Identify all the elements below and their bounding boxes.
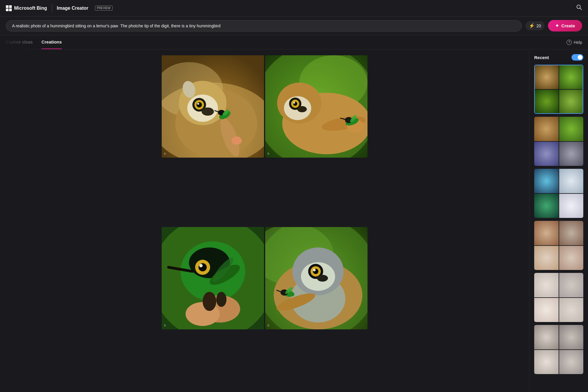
thumb-3-1[interactable]: [534, 169, 559, 193]
thumb-group-5: [534, 273, 583, 322]
help-circle-icon: ?: [567, 40, 572, 45]
thumb-group-6: [534, 325, 583, 374]
tab-explore[interactable]: Explore ideas: [6, 35, 33, 49]
thumb-3-4[interactable]: [559, 194, 584, 218]
thumb-4-1[interactable]: [534, 221, 559, 245]
thumb-group-4: [534, 221, 583, 270]
svg-point-46: [203, 292, 216, 311]
thumb-6-4[interactable]: [559, 350, 584, 374]
svg-point-58: [317, 275, 328, 281]
thumb-5-3[interactable]: [534, 298, 559, 322]
generated-image-4[interactable]: b: [265, 227, 368, 329]
image-grid: b: [162, 55, 368, 392]
bing-logo[interactable]: Microsoft Bing: [6, 5, 47, 11]
thumb-group-3: [534, 169, 583, 218]
recent-toggle[interactable]: [572, 54, 583, 61]
thumb-6-2[interactable]: [559, 325, 584, 349]
create-button-icon: ✦: [555, 23, 559, 29]
svg-point-11: [202, 107, 214, 116]
help-button[interactable]: ? Help: [567, 40, 582, 45]
svg-point-57: [313, 268, 315, 271]
thumb-2-4[interactable]: [559, 142, 584, 166]
bing-logo-grid-icon: [6, 5, 12, 11]
create-button-label: Create: [561, 23, 575, 28]
create-button[interactable]: ✦ Create: [548, 20, 582, 31]
recent-label: Recent: [534, 55, 549, 60]
thumb-2-1[interactable]: [534, 117, 559, 141]
thumb-3-3[interactable]: [534, 194, 559, 218]
search-input[interactable]: A realistic photo of a hummingbird sitti…: [6, 20, 522, 31]
thumb-4-3[interactable]: [534, 246, 559, 270]
generated-image-1[interactable]: b: [162, 55, 264, 158]
thumb-group-2: [534, 117, 583, 166]
watermark-4: b: [268, 323, 269, 327]
thumb-3-2[interactable]: [559, 169, 584, 193]
credits-badge: ⚡ 20: [525, 21, 545, 30]
generated-image-2[interactable]: b: [265, 55, 368, 158]
svg-point-41: [199, 264, 203, 267]
search-bar-area: A realistic photo of a hummingbird sitti…: [0, 16, 588, 35]
thumb-1-3[interactable]: [535, 90, 559, 114]
svg-point-10: [197, 103, 199, 105]
svg-line-1: [580, 8, 582, 10]
generated-image-3[interactable]: b: [162, 227, 264, 329]
thumb-6-1[interactable]: [534, 325, 559, 349]
app-header: Microsoft Bing Image Creator PREVIEW: [0, 0, 588, 16]
main-layout: b: [0, 49, 588, 392]
nav-tabs: Explore ideas Creations ? Help: [0, 35, 588, 49]
thumb-group-1: [534, 65, 583, 114]
thumb-4-4[interactable]: [559, 246, 584, 270]
preview-badge: PREVIEW: [95, 6, 113, 11]
sidebar-header: Recent: [534, 54, 583, 61]
app-title: Image Creator: [57, 6, 88, 11]
bing-logo-text: Microsoft Bing: [14, 6, 47, 11]
thumb-1-2[interactable]: [559, 65, 583, 89]
thumb-5-2[interactable]: [559, 273, 584, 297]
watermark-2: b: [268, 152, 269, 155]
header-divider: [52, 4, 52, 12]
thumb-2-3[interactable]: [534, 142, 559, 166]
svg-point-28: [297, 106, 307, 112]
credits-count: 20: [537, 24, 541, 28]
thumb-1-1[interactable]: [535, 65, 559, 89]
svg-point-47: [216, 292, 227, 307]
recent-sidebar: Recent: [529, 49, 588, 392]
thumb-4-2[interactable]: [559, 221, 584, 245]
toggle-knob: [578, 55, 582, 60]
thumb-5-4[interactable]: [559, 298, 584, 322]
lightning-icon: ⚡: [529, 23, 535, 29]
svg-point-9: [196, 102, 202, 108]
svg-point-14: [232, 136, 242, 145]
thumb-2-2[interactable]: [559, 117, 584, 141]
svg-point-27: [293, 102, 295, 104]
search-icon[interactable]: [576, 4, 582, 12]
watermark-3: b: [164, 323, 166, 327]
thumb-5-1[interactable]: [534, 273, 559, 297]
thumb-6-3[interactable]: [534, 350, 559, 374]
content-area: b: [0, 49, 529, 392]
watermark-1: b: [164, 152, 166, 155]
thumb-1-4[interactable]: [559, 90, 583, 114]
tab-creations[interactable]: Creations: [41, 35, 62, 49]
